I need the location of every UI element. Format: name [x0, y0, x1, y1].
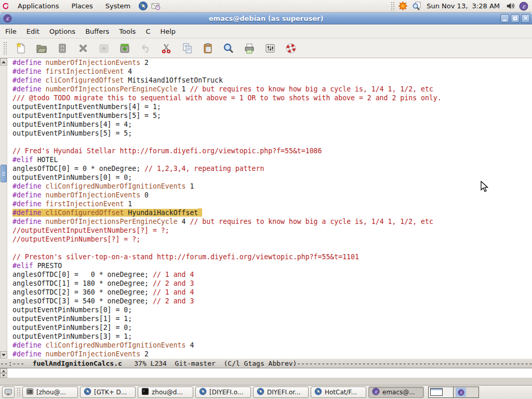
code-line[interactable]: #define firstInjectionEvent 1	[12, 200, 532, 208]
scrollbar-thumb[interactable]	[1, 165, 7, 182]
code-line[interactable]: outputEventPinNumbers[0] = 0;	[12, 305, 532, 314]
undo-icon[interactable]	[139, 42, 152, 55]
paste-icon[interactable]	[201, 42, 215, 55]
toolbar-grip[interactable]	[3, 42, 7, 55]
updates-available-icon[interactable]	[397, 1, 408, 11]
scroll-down-button[interactable]	[0, 351, 7, 358]
show-desktop-button[interactable]	[2, 387, 15, 398]
panel-menu-places[interactable]: Places	[66, 1, 98, 11]
minibuffer-scroll-up[interactable]	[0, 368, 7, 373]
code-line[interactable]: #define cliConfigredNumberOfIgnitionEven…	[12, 182, 532, 191]
taskbar-window-button[interactable]: [DIYEFI.o...	[195, 387, 251, 398]
code-line[interactable]: outputEventPinNumbers[3] = 1;	[12, 332, 532, 341]
volume-icon[interactable]	[505, 1, 515, 11]
code-line[interactable]: #define numberOfInjectionEvents 0	[12, 191, 532, 200]
code-line[interactable]: outputEventPinNumbers[4] = 4;	[12, 120, 532, 129]
code-line[interactable]: anglesOfTDC[0] = 0 * oneDegree; // 1 and…	[12, 270, 532, 279]
menu-tools[interactable]: Tools	[114, 25, 140, 37]
taskbar-window-label: zhou@d...	[152, 389, 183, 396]
code-line[interactable]: #define numberOfInjectionEvents 2	[12, 58, 532, 67]
workspace-1[interactable]	[429, 387, 454, 397]
scroll-up-button[interactable]	[0, 58, 7, 65]
help-icon[interactable]	[284, 42, 298, 55]
code-line[interactable]: #define cliConfigredNumberOfIgnitionEven…	[12, 341, 532, 350]
mail-clock-icon[interactable]	[150, 1, 161, 11]
code-line[interactable]: #elif HOTEL	[12, 155, 532, 164]
menu-help[interactable]: Help	[155, 25, 180, 37]
window-list: [zhou@...[GTK+ D...zhou@d...[DIYEFI.o...…	[22, 387, 424, 398]
emacs-tray-icon[interactable]: ε	[518, 1, 529, 11]
code-line[interactable]: #define numberOfInjectionsPerEngineCycle…	[12, 85, 532, 94]
dired-icon[interactable]	[56, 42, 69, 55]
close-button[interactable]: ✕	[521, 14, 530, 23]
code-line[interactable]: outputEventInputEventNumbers[5] = 5;	[12, 111, 532, 120]
editor-area: #define numberOfInjectionEvents 2#define…	[0, 58, 532, 358]
window-controls: ✕	[500, 14, 530, 23]
screenshot-tool-icon[interactable]	[411, 1, 421, 11]
code-line[interactable]: //outputEventPinNumbers[?] = ?;	[12, 235, 532, 244]
close-buffer-icon[interactable]	[76, 42, 90, 55]
menu-buffers[interactable]: Buffers	[81, 25, 114, 37]
emacs-window: ε emacs@debian (as superuser) ✕ File Edi…	[0, 12, 532, 378]
code-line[interactable]	[12, 138, 532, 147]
panel-grip[interactable]	[391, 2, 394, 11]
copy-icon[interactable]	[180, 42, 194, 55]
code-line[interactable]: #define numberOfInjectionsPerEngineCycle…	[12, 217, 532, 226]
print-icon[interactable]	[243, 42, 256, 55]
menu-options[interactable]: Options	[45, 25, 80, 37]
code-line[interactable]	[12, 244, 532, 252]
code-line[interactable]: #define cliConfiguredOffset Mitsi4and1Of…	[12, 76, 532, 85]
code-line[interactable]: /// @todo TODO migrate this to sequentia…	[12, 94, 532, 102]
code-line[interactable]: outputEventPinNumbers[1] = 1;	[12, 314, 532, 323]
new-file-icon[interactable]	[14, 42, 28, 55]
minibuffer[interactable]	[0, 368, 532, 378]
taskbar-window-button[interactable]: [GTK+ D...	[80, 387, 136, 398]
minimize-button[interactable]	[500, 14, 509, 23]
workspace-2[interactable]: ε	[454, 387, 478, 397]
minibuffer-scroll-down[interactable]	[0, 373, 7, 378]
search-icon[interactable]	[222, 42, 235, 55]
taskbar-window-label: [DIYEFI.o...	[209, 389, 243, 396]
taskbar-window-button[interactable]: zhou@d...	[138, 387, 193, 398]
buffer-text[interactable]: #define numberOfInjectionEvents 2#define…	[7, 58, 532, 358]
terminal-icon	[26, 388, 34, 397]
taskbar-grip[interactable]	[17, 388, 20, 397]
code-line[interactable]: anglesOfTDC[0] = 0 * oneDegree; // 1,2,3…	[12, 164, 532, 173]
menu-c[interactable]: C	[141, 25, 155, 37]
cut-icon[interactable]	[159, 42, 173, 55]
web-browser-launcher-icon[interactable]	[138, 1, 148, 11]
preferences-icon[interactable]	[263, 42, 277, 55]
panel-clock[interactable]: Sun Nov 13, 3:28 AM	[424, 2, 502, 10]
code-line[interactable]: outputEventPinNumbers[0] = 0;	[12, 173, 532, 182]
code-line[interactable]: #define numberOfInjectionEvents 2	[12, 350, 532, 358]
panel-menu-applications[interactable]: Applications	[12, 1, 64, 11]
panel-menu-system[interactable]: System	[100, 1, 136, 11]
code-line[interactable]: outputEventPinNumbers[2] = 0;	[12, 323, 532, 332]
code-line[interactable]: anglesOfTDC[1] = 180 * oneDegree; // 2 a…	[12, 279, 532, 288]
code-line[interactable]: #elif PRESTO	[12, 261, 532, 270]
taskbar-window-button[interactable]: [zhou@...	[22, 387, 78, 398]
minibuffer-scrollbar[interactable]	[0, 368, 7, 378]
code-line[interactable]: anglesOfTDC[3] = 540 * oneDegree; // 2 a…	[12, 297, 532, 305]
vertical-scrollbar[interactable]	[0, 58, 7, 358]
globe-icon	[84, 388, 91, 397]
save-as-icon[interactable]	[118, 42, 131, 55]
code-line[interactable]: anglesOfTDC[2] = 360 * oneDegree; // 1 a…	[12, 288, 532, 297]
menu-file[interactable]: File	[1, 25, 21, 37]
taskbar-window-button[interactable]: εemacs@...	[368, 387, 424, 398]
code-line[interactable]: // Fred's Hyundai Stellar http://forum.d…	[12, 147, 532, 155]
code-line[interactable]: // Preston's silver-top-on-a-stand http:…	[12, 252, 532, 261]
taskbar-window-button[interactable]: DIYEFI.or...	[253, 387, 309, 398]
debian-logo-icon[interactable]	[0, 1, 10, 11]
menu-edit[interactable]: Edit	[22, 25, 44, 37]
taskbar-window-button[interactable]: HotCat/F...	[311, 387, 366, 398]
code-line[interactable]: outputEventPinNumbers[5] = 5;	[12, 129, 532, 138]
maximize-button[interactable]	[511, 14, 520, 23]
window-titlebar[interactable]: ε emacs@debian (as superuser) ✕	[0, 12, 532, 24]
code-line-current[interactable]: #define cliConfiguredOffset HyundaiHackO…	[12, 208, 532, 217]
code-line[interactable]: outputEventInputEventNumbers[4] = 1;	[12, 102, 532, 111]
save-icon[interactable]	[97, 42, 111, 55]
code-line[interactable]: #define firstInjectionEvent 4	[12, 67, 532, 76]
code-line[interactable]: //outputEventInputEventNumbers[?] = ?;	[12, 226, 532, 235]
open-file-icon[interactable]	[35, 42, 48, 55]
